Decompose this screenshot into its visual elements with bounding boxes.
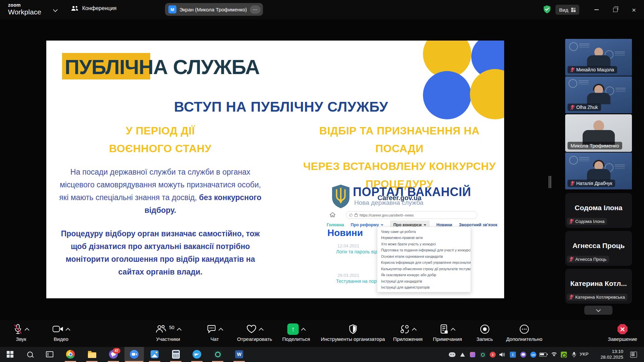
zoom-tray-icon[interactable]: zm — [530, 351, 537, 358]
security-shield-icon[interactable] — [543, 5, 551, 15]
participant-name: Михайло Мацола — [576, 67, 614, 72]
language-indicator[interactable]: УКР — [580, 352, 589, 357]
notes-button[interactable]: Примечания — [433, 322, 462, 342]
chrome-app-button[interactable] — [66, 350, 75, 359]
portal-name: ПОРТАЛ ВАКАНСІЙ — [353, 185, 471, 199]
badge-tray-icon[interactable]: 2 — [489, 351, 496, 358]
more-options-icon[interactable]: ⋯ — [250, 5, 261, 14]
react-options-chevron[interactable] — [259, 328, 263, 333]
mic-tray-icon[interactable] — [570, 351, 578, 358]
record-button[interactable]: Запись — [476, 322, 493, 342]
search-icon — [27, 352, 33, 357]
zoom-app-button[interactable] — [129, 350, 139, 359]
participant-name-label: Михайло Мацола — [568, 66, 617, 73]
participant-video-tile-active[interactable]: Микола Трофименко — [565, 114, 632, 152]
search-button[interactable] — [25, 350, 35, 359]
calculator-app-button[interactable] — [171, 350, 180, 359]
participant-audio-tile[interactable]: Содома Ілона Содома Ілона — [565, 193, 632, 228]
participant-name: Катерина Котляревська — [575, 295, 625, 300]
record-button-label: Запись — [476, 336, 493, 342]
action-center-button[interactable] — [630, 351, 637, 358]
chat-button-label: Чат — [207, 336, 223, 342]
end-meeting-icon — [618, 324, 628, 335]
share-button[interactable]: ↑ Поделиться — [282, 322, 310, 342]
zoom-icon: zm — [530, 352, 536, 358]
background-emblem — [569, 156, 578, 165]
photos-app-button[interactable] — [150, 350, 159, 359]
webex-app-button[interactable] — [213, 350, 222, 359]
tab-screen-share-label: Экран (Микола Трофименко) — [179, 7, 247, 12]
word-app-button[interactable]: W — [234, 350, 244, 359]
participant-name: Микола Трофименко — [571, 143, 619, 148]
camera-icon — [53, 325, 63, 333]
person-silhouette — [587, 48, 610, 67]
participant-name-label: Микола Трофименко — [568, 142, 622, 149]
task-view-button[interactable] — [45, 350, 54, 359]
share-options-chevron[interactable] — [301, 328, 306, 333]
discord-tray-icon[interactable] — [448, 351, 456, 358]
drive-tray-icon[interactable] — [459, 351, 466, 358]
react-button[interactable]: Отреагировать — [237, 322, 272, 342]
task-view-icon — [46, 351, 53, 357]
participants-icon — [71, 5, 78, 11]
participant-video-tile[interactable]: Olha Zhuk — [565, 76, 632, 113]
viber-tray-icon[interactable] — [520, 351, 527, 358]
apps-options-chevron[interactable] — [412, 328, 417, 333]
participant-display-name: Содома Ілона — [565, 204, 632, 212]
minimize-button[interactable] — [589, 0, 604, 19]
file-explorer-button[interactable] — [87, 350, 97, 359]
apps-button[interactable]: Приложения — [393, 322, 423, 342]
background-text — [615, 88, 626, 88]
participants-button[interactable]: 50 Участники — [155, 322, 181, 342]
viber-app-button[interactable]: 47 — [109, 350, 118, 359]
participant-video-tile[interactable]: Наталія Драбчук — [565, 153, 632, 189]
tab-screen-share[interactable]: M Экран (Микола Трофименко) ⋯ — [165, 3, 263, 16]
close-button[interactable]: × — [626, 0, 642, 19]
muted-mic-icon — [14, 324, 22, 334]
scroll-participants-button[interactable] — [584, 306, 612, 315]
react-button-label: Отреагировать — [237, 336, 272, 342]
nvidia-tray-icon[interactable] — [560, 351, 568, 358]
chat-button[interactable]: Чат — [207, 322, 223, 342]
tab-meeting[interactable]: Конференция — [71, 5, 117, 11]
notes-options-chevron[interactable] — [450, 328, 455, 333]
network-tray-icon[interactable] — [550, 351, 557, 358]
view-button-label: Вид — [559, 7, 568, 13]
clock[interactable]: 13:10 28.02.2025 — [594, 349, 623, 360]
menu-item: Основні етапи оцінювання кандидатів — [377, 254, 471, 258]
left-heading-line1: У ПЕРІОД ДІЇ — [58, 122, 263, 140]
sidebar-resize-handle[interactable] — [549, 176, 551, 188]
participants-icon — [155, 324, 166, 334]
muted-mic-icon — [570, 257, 573, 262]
folder-icon — [88, 352, 96, 358]
volume-tray-icon[interactable] — [498, 351, 506, 358]
audio-options-chevron[interactable] — [24, 328, 29, 333]
participants-options-chevron[interactable] — [177, 328, 181, 333]
participant-audio-tile[interactable]: Агнесса Проць Агнесса Проць — [565, 231, 632, 266]
participant-audio-tile[interactable]: Катерина Котл... Катерина Котляревська — [565, 269, 632, 304]
video-button[interactable]: Видео — [53, 322, 70, 342]
restore-icon — [613, 8, 618, 12]
start-button[interactable] — [5, 350, 15, 359]
battery-tray-icon[interactable] — [539, 351, 547, 358]
audio-button[interactable]: Звук — [14, 322, 29, 342]
video-options-chevron[interactable] — [65, 328, 70, 333]
restore-button[interactable] — [607, 0, 623, 19]
person-silhouette — [587, 84, 610, 104]
windows-taskbar: 47 W 2 i zm УКР 13:10 28.02.2025 — [0, 347, 644, 362]
info-tray-icon[interactable]: i — [509, 351, 517, 358]
chat-options-chevron[interactable] — [218, 328, 223, 333]
paint3d-tray-icon[interactable] — [469, 351, 476, 358]
view-button[interactable]: Вид — [555, 5, 579, 15]
participant-name-label: Агнесса Проць — [567, 256, 609, 263]
webex-tray-icon[interactable] — [479, 351, 486, 358]
host-tools-button[interactable]: Инструменты организатора — [321, 322, 385, 342]
chevron-down-icon[interactable] — [53, 7, 58, 12]
more-button-label: Дополнительно — [506, 336, 542, 342]
telegram-app-button[interactable] — [192, 350, 202, 359]
participant-video-tile[interactable]: Михайло Мацола — [565, 39, 632, 76]
decorative-circle-yellow — [470, 69, 504, 119]
participants-count: 50 — [169, 325, 174, 330]
more-button[interactable]: Дополнительно — [506, 322, 542, 342]
end-meeting-button[interactable]: Завершение — [608, 322, 637, 342]
